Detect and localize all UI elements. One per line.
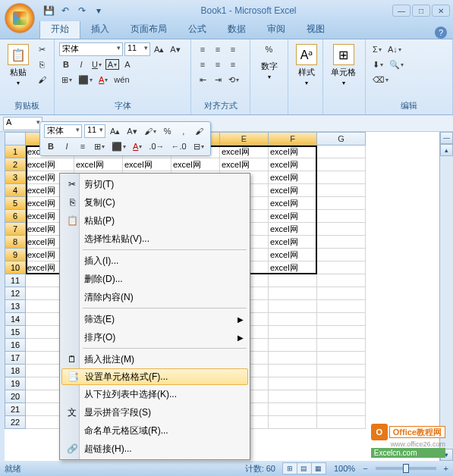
tab-6[interactable]: 视图 <box>296 20 335 39</box>
cell[interactable]: excel网 <box>269 236 317 249</box>
cut-icon[interactable]: ✂ <box>35 42 49 56</box>
bold-button[interactable]: B <box>59 58 73 71</box>
cell[interactable] <box>269 274 317 287</box>
office-button[interactable] <box>5 3 35 33</box>
align-mid-icon[interactable]: ≡ <box>211 42 225 56</box>
ctx-item[interactable]: 插入(I)... <box>61 252 248 270</box>
name-box[interactable]: A <box>3 117 42 130</box>
mini-paint-icon[interactable]: 🖌 <box>193 124 206 138</box>
cell[interactable]: excel网 <box>269 223 317 236</box>
align-left-icon[interactable]: ≡ <box>196 58 209 71</box>
mini-italic-icon[interactable]: I <box>60 139 74 153</box>
zoom-in-icon[interactable]: + <box>444 464 448 473</box>
styles-button[interactable]: Aᵃ 样式▾ <box>293 42 320 88</box>
mini-center-icon[interactable]: ≡ <box>76 139 90 153</box>
vertical-scrollbar[interactable]: — ▴ ▾ <box>439 132 453 461</box>
cell[interactable] <box>317 352 366 365</box>
redo-icon[interactable]: ↷ <box>76 5 88 17</box>
cell[interactable] <box>317 197 366 210</box>
save-icon[interactable]: 💾 <box>42 5 55 17</box>
mini-percent-icon[interactable]: % <box>161 124 175 138</box>
row-header[interactable]: 14 <box>5 313 26 326</box>
cell[interactable] <box>269 339 317 352</box>
row-header[interactable]: 9 <box>5 249 26 261</box>
cell[interactable]: excel网 <box>220 158 269 171</box>
row-header[interactable]: 17 <box>5 352 26 365</box>
font-size-combo[interactable]: 11 <box>124 42 150 56</box>
row-header[interactable]: 20 <box>5 390 26 403</box>
row-header[interactable]: 21 <box>5 403 26 416</box>
ctx-item[interactable]: 选择性粘贴(V)... <box>61 230 248 248</box>
cell[interactable]: excel网 <box>269 249 317 261</box>
help-icon[interactable]: ? <box>435 27 447 39</box>
col-header[interactable]: G <box>317 132 366 146</box>
cell[interactable]: excel网 <box>74 158 123 171</box>
cells-button[interactable]: ⊞ 单元格▾ <box>328 42 359 88</box>
tab-3[interactable]: 公式 <box>178 20 217 39</box>
cell[interactable]: excel网 <box>269 210 317 223</box>
minimize-button[interactable]: — <box>392 5 411 17</box>
row-header[interactable]: 2 <box>5 158 26 171</box>
ctx-item[interactable]: 命名单元格区域(R)... <box>61 421 248 440</box>
cell[interactable] <box>317 416 366 429</box>
cell[interactable]: excel网 <box>269 171 317 184</box>
indent-inc-icon[interactable]: ⇥ <box>211 73 225 86</box>
cell[interactable] <box>269 352 317 365</box>
ctx-item[interactable]: 删除(D)... <box>61 270 248 288</box>
ctx-item[interactable]: 🔗超链接(H)... <box>61 440 248 458</box>
cell[interactable]: excel网 <box>269 197 317 210</box>
cell[interactable] <box>317 300 366 313</box>
row-header[interactable]: 1 <box>5 146 26 158</box>
mini-size-combo[interactable]: 11 <box>84 124 105 138</box>
mini-font-combo[interactable]: 宋体 <box>44 124 82 138</box>
cell[interactable] <box>317 339 366 352</box>
shrink-font-icon[interactable]: A▾ <box>168 42 182 56</box>
ctx-item[interactable]: 📋粘贴(P) <box>61 211 248 230</box>
mini-fill-icon[interactable]: ⬛ <box>109 139 128 153</box>
cell[interactable]: excel网 <box>220 146 269 158</box>
cell[interactable]: excel网 <box>269 158 317 171</box>
col-header[interactable]: E <box>220 132 269 146</box>
cell[interactable] <box>317 223 366 236</box>
cell[interactable] <box>269 377 317 390</box>
grow-font-icon[interactable]: A▴ <box>152 42 166 56</box>
cell[interactable] <box>269 365 317 377</box>
cell[interactable] <box>317 146 366 158</box>
tab-4[interactable]: 数据 <box>217 20 256 39</box>
cell[interactable] <box>317 390 366 403</box>
tab-5[interactable]: 审阅 <box>256 20 296 39</box>
mini-style-icon[interactable]: 🖌 <box>142 124 159 138</box>
row-header[interactable]: 6 <box>5 210 26 223</box>
mini-border-icon[interactable]: ⊞ <box>92 139 107 153</box>
maximize-button[interactable]: □ <box>412 5 430 17</box>
fill-button[interactable]: ⬇ <box>370 58 385 71</box>
align-bot-icon[interactable]: ≡ <box>226 42 240 56</box>
cell[interactable] <box>317 274 366 287</box>
mini-dec-inc-icon[interactable]: .0→ <box>146 139 166 153</box>
ctx-item[interactable]: 📑设置单元格格式(F)... <box>61 368 248 385</box>
align-center-icon[interactable]: ≡ <box>211 58 225 71</box>
cell[interactable] <box>317 365 366 377</box>
border-button[interactable]: ⊞ <box>59 73 74 86</box>
cell[interactable] <box>269 416 317 429</box>
font-box-icon[interactable]: A <box>105 59 119 70</box>
row-header[interactable]: 18 <box>5 365 26 377</box>
cell[interactable] <box>317 158 366 171</box>
align-top-icon[interactable]: ≡ <box>196 42 209 56</box>
underline-button[interactable]: U <box>90 58 104 71</box>
autosum-button[interactable]: Σ <box>370 42 384 56</box>
close-button[interactable]: ✕ <box>432 5 450 17</box>
cell[interactable] <box>317 171 366 184</box>
view-layout-icon[interactable]: ▤ <box>297 462 312 474</box>
cell[interactable]: excel网 <box>269 261 317 274</box>
row-header[interactable]: 11 <box>5 274 26 287</box>
cell[interactable]: excel网 <box>123 158 171 171</box>
cell[interactable] <box>317 210 366 223</box>
percent-icon[interactable]: % <box>263 42 276 56</box>
find-button[interactable]: 🔍 <box>387 58 406 71</box>
fill-color-button[interactable]: ⬛ <box>76 73 95 86</box>
col-header[interactable]: F <box>269 132 317 146</box>
ctx-item[interactable]: 文显示拼音字段(S) <box>61 403 248 421</box>
ctx-item[interactable]: 排序(O)▶ <box>61 328 248 346</box>
ctx-item[interactable]: 清除内容(N) <box>61 288 248 306</box>
